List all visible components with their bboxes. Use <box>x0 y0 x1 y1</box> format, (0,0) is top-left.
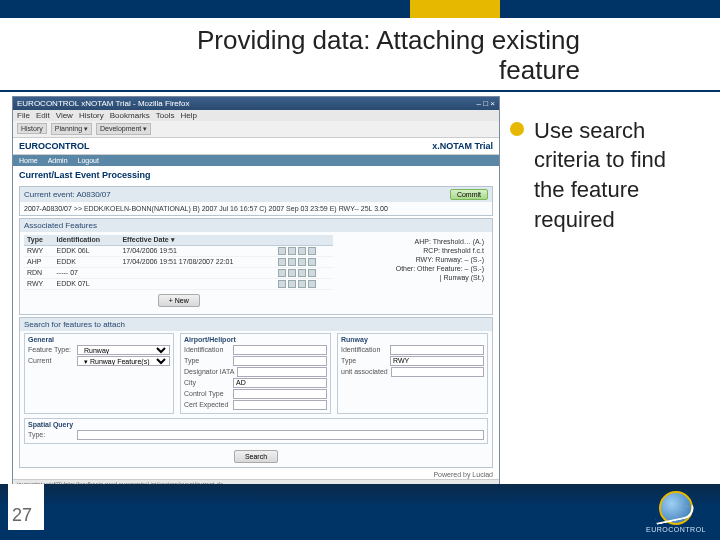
table-header-row: Type Identification Effective Date ▾ <box>24 235 333 246</box>
app-logo: EUROCONTROL <box>19 141 90 151</box>
app-header: EUROCONTROL x.NOTAM Trial <box>13 138 499 155</box>
toolbar-development[interactable]: Development ▾ <box>96 123 151 135</box>
menu-bookmarks[interactable]: Bookmarks <box>110 111 150 120</box>
slide-title-area: Providing data: Attaching existing featu… <box>0 18 720 90</box>
current-event-panel: Current event: A0830/07 Commit 2007-A083… <box>19 186 493 216</box>
row-actions[interactable] <box>278 280 331 288</box>
section-title: Current/Last Event Processing <box>13 166 499 184</box>
browser-menu: File Edit View History Bookmarks Tools H… <box>13 110 499 121</box>
browser-window: EUROCONTROL xNOTAM Trial - Mozilla Firef… <box>12 96 500 489</box>
bullet-item: Use search criteria to find the feature … <box>510 116 702 235</box>
airport-ctrl-input[interactable] <box>233 389 327 399</box>
runway-assoc-input[interactable] <box>391 367 484 377</box>
col-actions <box>275 235 334 246</box>
slide-title: Providing data: Attaching existing featu… <box>150 26 700 86</box>
toolbar-history[interactable]: History <box>17 123 47 134</box>
col-eff[interactable]: Effective Date ▾ <box>119 235 274 246</box>
search-runway: Runway Identification Type unit associat… <box>337 333 488 414</box>
bullet-column: Use search criteria to find the feature … <box>500 92 720 472</box>
search-airport: Airport/Heliport Identification Type Des… <box>180 333 331 414</box>
col-type[interactable]: Type <box>24 235 54 246</box>
menu-edit[interactable]: Edit <box>36 111 50 120</box>
nav-admin[interactable]: Admin <box>48 157 68 164</box>
page-number: 27 <box>8 484 44 530</box>
table-row: RWYEDDK 07L <box>24 278 333 289</box>
runway-type-input[interactable] <box>390 356 484 366</box>
window-title: EUROCONTROL xNOTAM Trial - Mozilla Firef… <box>17 99 189 108</box>
nav-home[interactable]: Home <box>19 157 38 164</box>
screenshot-column: EUROCONTROL xNOTAM Trial - Mozilla Firef… <box>0 92 500 472</box>
search-grid: General Feature Type:Runway Current▾ Run… <box>20 331 492 416</box>
runway-ident-input[interactable] <box>390 345 484 355</box>
powered-by: Powered by Luciad <box>13 470 499 479</box>
top-color-bar <box>0 0 720 18</box>
table-row: AHPEDDK17/04/2006 19:51 17/08/2007 22:01 <box>24 256 333 267</box>
menu-history[interactable]: History <box>79 111 104 120</box>
assoc-head: Associated Features <box>24 221 97 230</box>
feature-tree: AHP: Threshold… (A.) RCP: threshold f.c.… <box>339 235 488 311</box>
associated-features-panel: Associated Features Type Identification … <box>19 218 493 315</box>
browser-titlebar: EUROCONTROL xNOTAM Trial - Mozilla Firef… <box>13 97 499 110</box>
commit-button[interactable]: Commit <box>450 189 488 200</box>
slide-footer: EUROCONTROL <box>0 484 720 540</box>
browser-toolbar: History Planning ▾ Development ▾ <box>13 121 499 138</box>
gold-accent <box>410 0 500 18</box>
window-controls[interactable]: – □ × <box>477 99 495 108</box>
app-nav: Home Admin Logout <box>13 155 499 166</box>
toolbar-planning[interactable]: Planning ▾ <box>51 123 92 135</box>
eurocontrol-logo: EUROCONTROL <box>646 491 706 533</box>
search-spatial: Spatial Query Type: <box>24 418 488 444</box>
current-select[interactable]: ▾ Runway Feature(s) <box>77 356 170 366</box>
menu-tools[interactable]: Tools <box>156 111 175 120</box>
nav-logout[interactable]: Logout <box>78 157 99 164</box>
spatial-type-input[interactable] <box>77 430 484 440</box>
bullet-text: Use search criteria to find the feature … <box>534 116 702 235</box>
airport-ident-input[interactable] <box>233 345 327 355</box>
table-row: RWYEDDK 06L17/04/2006 19:51 <box>24 245 333 256</box>
bullet-icon <box>510 122 524 136</box>
airport-cert-input[interactable] <box>233 400 327 410</box>
current-event-title: Current event: A0830/07 <box>24 190 111 199</box>
menu-view[interactable]: View <box>56 111 73 120</box>
content-row: EUROCONTROL xNOTAM Trial - Mozilla Firef… <box>0 92 720 472</box>
airport-city-input[interactable] <box>233 378 327 388</box>
new-button[interactable]: + New <box>158 294 200 307</box>
airport-desig-input[interactable] <box>237 367 327 377</box>
row-actions[interactable] <box>278 258 331 266</box>
search-panel: Search for features to attach General Fe… <box>19 317 493 468</box>
col-ident[interactable]: Identification <box>54 235 120 246</box>
menu-help[interactable]: Help <box>180 111 196 120</box>
menu-file[interactable]: File <box>17 111 30 120</box>
search-general: General Feature Type:Runway Current▾ Run… <box>24 333 174 414</box>
current-event-line: 2007-A0830/07 >> EDDK/KOELN-BONN(NATIONA… <box>20 202 492 215</box>
table-row: RDN----- 07 <box>24 267 333 278</box>
features-table: Type Identification Effective Date ▾ RWY… <box>24 235 333 290</box>
row-actions[interactable] <box>278 269 331 277</box>
row-actions[interactable] <box>278 247 331 255</box>
current-event-head: Current event: A0830/07 Commit <box>20 187 492 202</box>
search-button[interactable]: Search <box>234 450 278 463</box>
search-head: Search for features to attach <box>24 320 125 329</box>
feature-type-select[interactable]: Runway <box>77 345 170 355</box>
app-trial-label: x.NOTAM Trial <box>432 141 493 151</box>
airport-type-input[interactable] <box>233 356 327 366</box>
